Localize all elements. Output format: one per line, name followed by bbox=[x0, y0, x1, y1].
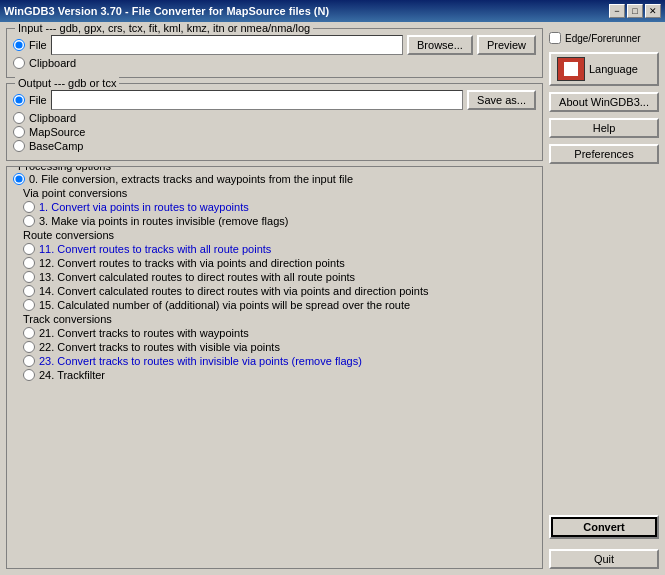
option22-row: 22. Convert tracks to routes with visibl… bbox=[13, 341, 536, 353]
option3-row: 3. Make via points in routes invisible (… bbox=[13, 215, 536, 227]
option13-row: 13. Convert calculated routes to direct … bbox=[13, 271, 536, 283]
input-clipboard-radio[interactable] bbox=[13, 57, 25, 69]
right-panel: Edge/Forerunner Language About WinGDB3..… bbox=[549, 28, 659, 569]
minimize-button[interactable]: − bbox=[609, 4, 625, 18]
edge-forerunner-checkbox[interactable] bbox=[549, 32, 561, 44]
option15-radio[interactable] bbox=[23, 299, 35, 311]
right-spacer bbox=[549, 170, 659, 509]
option11-radio[interactable] bbox=[23, 243, 35, 255]
output-basecamp-radio[interactable] bbox=[13, 140, 25, 152]
input-clipboard-row: Clipboard bbox=[13, 57, 536, 69]
input-file-radio[interactable] bbox=[13, 39, 25, 51]
option12-label[interactable]: 12. Convert routes to tracks with via po… bbox=[39, 257, 345, 269]
help-button[interactable]: Help bbox=[549, 118, 659, 138]
maximize-button[interactable]: □ bbox=[627, 4, 643, 18]
output-file-row: File Save as... bbox=[13, 90, 536, 110]
option24-label[interactable]: 24. Trackfilter bbox=[39, 369, 105, 381]
edge-forerunner-label[interactable]: Edge/Forerunner bbox=[565, 33, 641, 44]
title-bar-buttons: − □ ✕ bbox=[609, 4, 661, 18]
option13-label[interactable]: 13. Convert calculated routes to direct … bbox=[39, 271, 355, 283]
close-button[interactable]: ✕ bbox=[645, 4, 661, 18]
option12-row: 12. Convert routes to tracks with via po… bbox=[13, 257, 536, 269]
output-groupbox: Output --- gdb or tcx File Save as... Cl… bbox=[6, 83, 543, 161]
output-file-label[interactable]: File bbox=[29, 94, 47, 106]
output-group-title: Output --- gdb or tcx bbox=[15, 77, 119, 89]
route-title: Route conversions bbox=[13, 229, 536, 241]
output-clipboard-label[interactable]: Clipboard bbox=[29, 112, 76, 124]
input-clipboard-label[interactable]: Clipboard bbox=[29, 57, 76, 69]
option1-row: 1. Convert via points in routes to waypo… bbox=[13, 201, 536, 213]
option11-label[interactable]: 11. Convert routes to tracks with all ro… bbox=[39, 243, 271, 255]
option22-label[interactable]: 22. Convert tracks to routes with visibl… bbox=[39, 341, 280, 353]
save-as-button[interactable]: Save as... bbox=[467, 90, 536, 110]
option1-label[interactable]: 1. Convert via points in routes to waypo… bbox=[39, 201, 249, 213]
output-file-radio-row: File bbox=[13, 94, 47, 106]
output-basecamp-row: BaseCamp bbox=[13, 140, 536, 152]
option21-radio[interactable] bbox=[23, 327, 35, 339]
title-bar-text: WinGDB3 Version 3.70 - File Converter fo… bbox=[4, 5, 329, 17]
browse-button[interactable]: Browse... bbox=[407, 35, 473, 55]
output-clipboard-radio[interactable] bbox=[13, 112, 25, 124]
output-mapsource-label[interactable]: MapSource bbox=[29, 126, 85, 138]
input-group-title: Input --- gdb, gpx, crs, tcx, fit, kml, … bbox=[15, 22, 313, 34]
option23-radio[interactable] bbox=[23, 355, 35, 367]
about-button[interactable]: About WinGDB3... bbox=[549, 92, 659, 112]
processing-groupbox: Processing options 0. File conversion, e… bbox=[6, 166, 543, 569]
language-button[interactable]: Language bbox=[549, 52, 659, 86]
option15-row: 15. Calculated number of (additional) vi… bbox=[13, 299, 536, 311]
option13-radio[interactable] bbox=[23, 271, 35, 283]
output-mapsource-row: MapSource bbox=[13, 126, 536, 138]
option3-label[interactable]: 3. Make via points in routes invisible (… bbox=[39, 215, 288, 227]
track-title: Track conversions bbox=[13, 313, 536, 325]
option14-row: 14. Convert calculated routes to direct … bbox=[13, 285, 536, 297]
language-btn-label: Language bbox=[589, 63, 638, 75]
output-file-radio[interactable] bbox=[13, 94, 25, 106]
option0-radio[interactable] bbox=[13, 173, 25, 185]
option21-label[interactable]: 21. Convert tracks to routes with waypoi… bbox=[39, 327, 249, 339]
option23-row: 23. Convert tracks to routes with invisi… bbox=[13, 355, 536, 367]
preview-button[interactable]: Preview bbox=[477, 35, 536, 55]
option3-radio[interactable] bbox=[23, 215, 35, 227]
option21-row: 21. Convert tracks to routes with waypoi… bbox=[13, 327, 536, 339]
option0-row: 0. File conversion, extracts tracks and … bbox=[13, 173, 536, 185]
left-panel: Input --- gdb, gpx, crs, tcx, fit, kml, … bbox=[6, 28, 543, 569]
edge-forerunner-row: Edge/Forerunner bbox=[549, 32, 659, 44]
option22-radio[interactable] bbox=[23, 341, 35, 353]
option12-radio[interactable] bbox=[23, 257, 35, 269]
output-file-path[interactable] bbox=[51, 90, 463, 110]
input-file-path[interactable] bbox=[51, 35, 403, 55]
language-icon-inner bbox=[562, 60, 580, 78]
output-clipboard-row: Clipboard bbox=[13, 112, 536, 124]
window-body: Input --- gdb, gpx, crs, tcx, fit, kml, … bbox=[0, 22, 665, 575]
output-mapsource-radio[interactable] bbox=[13, 126, 25, 138]
option14-label[interactable]: 14. Convert calculated routes to direct … bbox=[39, 285, 429, 297]
input-file-row: File Browse... Preview bbox=[13, 35, 536, 55]
convert-button[interactable]: Convert bbox=[549, 515, 659, 539]
option24-radio[interactable] bbox=[23, 369, 35, 381]
language-icon bbox=[557, 57, 585, 81]
processing-group-title: Processing options bbox=[15, 166, 114, 172]
option14-radio[interactable] bbox=[23, 285, 35, 297]
option23-label[interactable]: 23. Convert tracks to routes with invisi… bbox=[39, 355, 362, 367]
option11-row: 11. Convert routes to tracks with all ro… bbox=[13, 243, 536, 255]
input-file-label[interactable]: File bbox=[29, 39, 47, 51]
input-file-radio-row: File bbox=[13, 39, 47, 51]
title-bar: WinGDB3 Version 3.70 - File Converter fo… bbox=[0, 0, 665, 22]
preferences-button[interactable]: Preferences bbox=[549, 144, 659, 164]
option24-row: 24. Trackfilter bbox=[13, 369, 536, 381]
option1-radio[interactable] bbox=[23, 201, 35, 213]
quit-button[interactable]: Quit bbox=[549, 549, 659, 569]
via-point-title: Via point conversions bbox=[13, 187, 536, 199]
option0-label[interactable]: 0. File conversion, extracts tracks and … bbox=[29, 173, 353, 185]
option15-label[interactable]: 15. Calculated number of (additional) vi… bbox=[39, 299, 410, 311]
output-basecamp-label[interactable]: BaseCamp bbox=[29, 140, 83, 152]
input-groupbox: Input --- gdb, gpx, crs, tcx, fit, kml, … bbox=[6, 28, 543, 78]
